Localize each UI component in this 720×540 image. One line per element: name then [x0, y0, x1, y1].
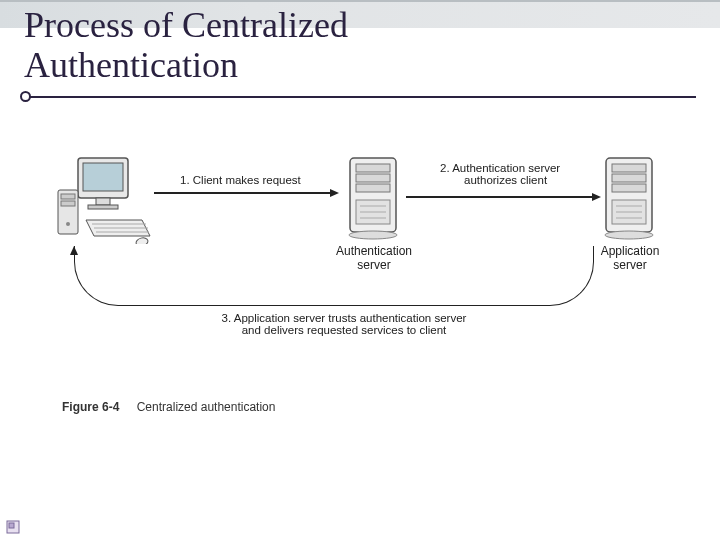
title-underline: [24, 96, 696, 98]
auth-server-icon: [344, 154, 402, 240]
step-3-label: 3. Application server trusts authenticat…: [184, 312, 504, 336]
slide-title: Process of Centralized Authentication: [24, 6, 348, 85]
step-3-label-l1: 3. Application server trusts authenticat…: [222, 312, 467, 324]
app-server-label-l2: server: [613, 258, 646, 272]
step-2-label: 2. Authentication server authorizes clie…: [440, 162, 560, 186]
app-server-icon: [600, 154, 658, 240]
step-2-label-l1: 2. Authentication server: [440, 162, 560, 174]
title-line-2: Authentication: [24, 45, 238, 85]
svg-rect-3: [88, 205, 118, 209]
svg-rect-5: [61, 194, 75, 199]
svg-rect-31: [9, 523, 14, 528]
figure-number: Figure 6-4: [62, 400, 119, 414]
arrow-step-1: [154, 192, 332, 194]
arrow-step-3-head: [70, 242, 78, 255]
app-server-label-l1: Application: [601, 244, 660, 258]
svg-point-11: [135, 237, 149, 244]
svg-rect-22: [612, 164, 646, 172]
svg-rect-1: [83, 163, 123, 191]
app-server-label: Application server: [580, 244, 680, 272]
title-line-1: Process of Centralized: [24, 5, 348, 45]
svg-rect-14: [356, 174, 390, 182]
client-computer-icon: [56, 156, 152, 244]
svg-point-20: [349, 231, 397, 239]
svg-point-29: [605, 231, 653, 239]
step-2-label-l2: authorizes client: [440, 174, 547, 186]
svg-rect-15: [356, 184, 390, 192]
svg-rect-23: [612, 174, 646, 182]
svg-rect-6: [61, 201, 75, 206]
svg-rect-2: [96, 198, 110, 205]
arrow-step-3-path: [74, 246, 594, 306]
arrow-step-1-head: [330, 189, 339, 197]
figure-caption: Figure 6-4 Centralized authentication: [62, 400, 275, 414]
figure-caption-text: Centralized authentication: [137, 400, 276, 414]
svg-point-7: [66, 222, 70, 226]
step-3-label-l2: and delivers requested services to clien…: [242, 324, 447, 336]
auth-diagram: 1. Client makes request Authentication s…: [62, 168, 658, 398]
step-1-label: 1. Client makes request: [180, 174, 301, 186]
title-underline-bullet: [20, 91, 31, 102]
corner-mark-icon: [6, 520, 20, 534]
svg-rect-13: [356, 164, 390, 172]
arrow-step-2: [406, 196, 594, 198]
svg-rect-24: [612, 184, 646, 192]
